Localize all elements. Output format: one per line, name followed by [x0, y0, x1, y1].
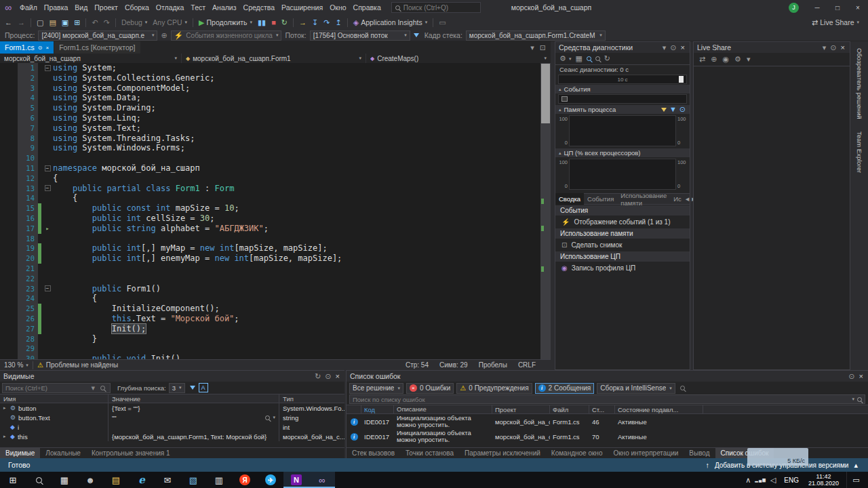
- autos-row-i[interactable]: ◆iint: [0, 422, 344, 432]
- code-text[interactable]: {: [53, 174, 540, 184]
- breadcrumb-project[interactable]: морской_бой_на_сшарп ▾: [0, 54, 182, 63]
- close-icon[interactable]: ×: [679, 43, 686, 52]
- menu-item[interactable]: Тест: [187, 0, 209, 15]
- breakpoint-margin[interactable]: [0, 344, 18, 354]
- code-line-12[interactable]: 12{: [0, 174, 540, 184]
- continue-button[interactable]: ▶Продолжить▾: [197, 16, 254, 28]
- stack-frame-dropdown[interactable]: морской_бой_на_сшарп.Form1.CreateM▾: [466, 30, 606, 41]
- notification-center-icon[interactable]: ▭: [846, 472, 865, 488]
- code-line-3[interactable]: 3using System.ComponentModel;: [0, 83, 540, 94]
- maximize-button[interactable]: □: [827, 0, 848, 15]
- breakpoint-margin[interactable]: [0, 134, 18, 144]
- new-file-icon[interactable]: ▢: [35, 16, 45, 28]
- filter-icon[interactable]: [188, 382, 197, 394]
- code-line-24[interactable]: 24 {: [0, 293, 540, 304]
- close-icon[interactable]: ×: [840, 43, 846, 52]
- code-line-15[interactable]: 15 public const int mapSize = 10;: [0, 203, 540, 214]
- undo-icon[interactable]: ↶: [90, 16, 100, 28]
- fold-toggle[interactable]: −: [42, 284, 53, 294]
- status-item[interactable]: CRLF: [518, 361, 536, 369]
- code-text[interactable]: [53, 264, 540, 274]
- code-line-6[interactable]: 6using System.Linq;: [0, 113, 540, 123]
- problems-indicator[interactable]: ⚠ Проблемы не найдены: [33, 361, 122, 369]
- save-all-icon[interactable]: ⊞: [72, 16, 82, 28]
- document-dropdown-icon[interactable]: ▾: [528, 41, 536, 54]
- code-line-17[interactable]: 17▸ public string alphabet = "АБГДЖЗИК";: [0, 224, 540, 234]
- code-text[interactable]: [53, 344, 540, 354]
- code-line-1[interactable]: 1−using System;: [0, 63, 540, 73]
- code-text[interactable]: using System;: [53, 63, 540, 73]
- pin-icon[interactable]: ⊙: [669, 43, 677, 52]
- editor-scrollbar[interactable]: [540, 63, 551, 359]
- code-line-21[interactable]: 21: [0, 264, 540, 274]
- close-icon[interactable]: ×: [858, 371, 865, 381]
- errors-filter-button[interactable]: ×0 Ошибки: [406, 383, 454, 394]
- feedback-icon[interactable]: ▭: [437, 16, 448, 28]
- breakpoint-margin[interactable]: [0, 284, 18, 294]
- take-snapshot-link[interactable]: ⊡ Сделать снимок: [555, 239, 690, 251]
- code-text[interactable]: }: [53, 334, 540, 344]
- show-events-link[interactable]: ⚡ Отображение событий (1 из 1): [555, 216, 690, 228]
- breakpoint-margin[interactable]: [0, 324, 18, 334]
- status-item[interactable]: Стр: 54: [406, 361, 429, 369]
- people-app[interactable]: ☻: [77, 472, 103, 488]
- language-indicator[interactable]: ENG: [782, 476, 801, 484]
- value-visualizer[interactable]: ▾: [265, 415, 275, 420]
- fold-toggle[interactable]: −: [42, 184, 53, 194]
- breakpoint-margin[interactable]: [0, 163, 18, 174]
- more-icon[interactable]: ▾: [745, 54, 753, 65]
- breakpoint-margin[interactable]: [0, 203, 18, 214]
- live-share-header[interactable]: Live Share ▾⊙×: [694, 42, 850, 53]
- breakpoint-margin[interactable]: [0, 123, 18, 134]
- breakpoint-margin[interactable]: [0, 83, 18, 94]
- breakpoint-margin[interactable]: [0, 73, 18, 83]
- window-position-icon[interactable]: ▾: [661, 43, 668, 52]
- pin-icon[interactable]: ⊙: [323, 371, 332, 381]
- code-text[interactable]: this.Text = "Морской бой";: [53, 314, 540, 324]
- code-line-20[interactable]: 20 public int[,] enemyMap = new int[mapS…: [0, 253, 540, 264]
- tab-form1-designer[interactable]: Form1.cs [Конструктор]: [54, 41, 140, 54]
- messages-filter-button[interactable]: i2 Сообщения: [535, 383, 595, 394]
- zoom-out-icon[interactable]: [594, 54, 601, 64]
- reset-zoom-icon[interactable]: ↻: [603, 54, 612, 64]
- user-avatar[interactable]: J: [789, 3, 799, 13]
- tab-command-window[interactable]: Командное окно: [546, 448, 608, 459]
- tab-form1-cs[interactable]: Form1.cs⊙×: [0, 41, 54, 54]
- error-row-IDE0017-46[interactable]: iIDE0017Инициализацию объекта можно упро…: [347, 414, 868, 429]
- code-text[interactable]: using System.Collections.Generic;: [53, 73, 540, 83]
- code-area[interactable]: 1−using System;2using System.Collections…: [0, 63, 540, 359]
- gc-filter-icon[interactable]: ▼: [669, 106, 677, 114]
- tab-call-stack[interactable]: Стек вызовов: [347, 448, 400, 459]
- code-line-2[interactable]: 2using System.Collections.Generic;: [0, 73, 540, 83]
- code-text[interactable]: {: [53, 193, 540, 203]
- process-dropdown[interactable]: [2400] морской_бой_на_сшарп.e▾: [38, 30, 157, 41]
- volume-icon[interactable]: ◁: [769, 474, 777, 486]
- solution-platform-dropdown[interactable]: Any CPU▾: [151, 16, 189, 28]
- tab-memory-usage[interactable]: Использование памяти: [617, 193, 670, 205]
- column-code[interactable]: Код: [361, 405, 394, 413]
- app-insights-button[interactable]: ◈Application Insights▾: [351, 16, 429, 28]
- side-tab[interactable]: Обозреватель решений: [856, 48, 863, 119]
- network-icon[interactable]: ▂▄▆: [753, 474, 767, 486]
- breakpoint-margin[interactable]: [0, 264, 18, 274]
- watch-search-input[interactable]: Поиск (Ctrl+E) ▾: [2, 383, 111, 393]
- tab-events[interactable]: События: [584, 193, 617, 205]
- fold-toggle[interactable]: −: [42, 63, 53, 73]
- step-out-icon[interactable]: ↥: [333, 16, 343, 28]
- tab-more[interactable]: Ис: [670, 193, 685, 205]
- menu-item[interactable]: Файл: [16, 0, 41, 15]
- tab-immediate-window[interactable]: Окно интерпретации: [608, 448, 684, 459]
- breakpoint-margin[interactable]: [0, 174, 18, 184]
- code-text[interactable]: {: [53, 293, 540, 304]
- code-text[interactable]: public void Init(): [53, 354, 540, 359]
- select-tool-icon[interactable]: ▦: [574, 54, 583, 64]
- code-text[interactable]: [53, 234, 540, 244]
- search-depth-dropdown[interactable]: 3▾: [169, 383, 185, 393]
- breakpoint-margin[interactable]: [0, 63, 18, 73]
- tab-summary[interactable]: Сводка: [555, 193, 584, 205]
- breakpoint-margin[interactable]: [0, 214, 18, 224]
- scroll-left-icon[interactable]: ◂: [685, 195, 690, 204]
- code-line-28[interactable]: 28 }: [0, 334, 540, 344]
- code-line-27[interactable]: 27 Init();: [0, 324, 540, 334]
- timeline-marker[interactable]: [679, 76, 684, 83]
